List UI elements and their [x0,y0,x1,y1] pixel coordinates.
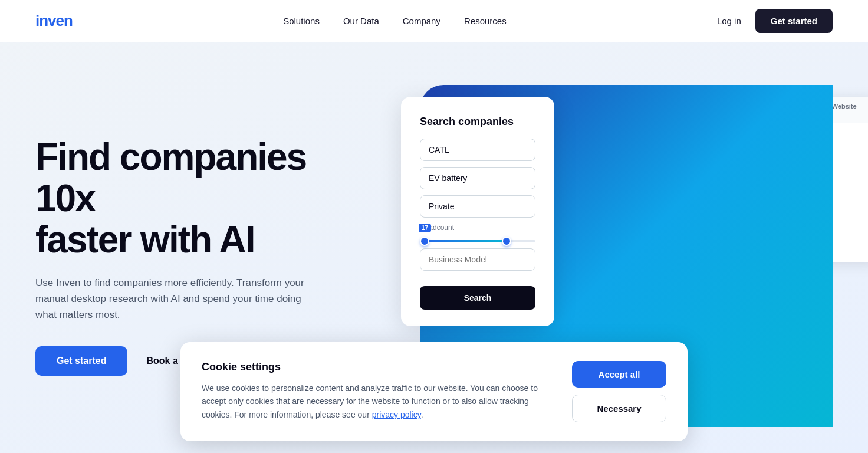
nav-item-our-data[interactable]: Our Data [343,16,379,27]
privacy-policy-link[interactable]: privacy policy [372,410,421,419]
range-thumb-left[interactable]: 17 [420,237,429,246]
navbar: inven Solutions Our Data Company Resourc… [0,0,868,42]
search-button[interactable]: Search [420,286,535,310]
cookie-banner: Cookie settings We use cookies to person… [180,342,688,441]
cookie-content: Cookie settings We use cookies to person… [202,361,548,421]
necessary-button[interactable]: Necessary [572,395,666,422]
nav-item-company[interactable]: Company [403,16,440,27]
keywords-input[interactable] [420,167,535,189]
cookie-actions: Accept all Necessary [572,361,666,422]
range-value: 17 [419,224,431,232]
login-button[interactable]: Log in [717,16,741,26]
get-started-nav-button[interactable]: Get started [755,9,833,33]
col-website: Website [832,103,868,117]
company-name-input[interactable] [420,139,535,161]
headcount-range-track: 17 [420,240,535,242]
hero-subtitle: Use Inven to find companies more efficie… [35,275,318,323]
navbar-right: Log in Get started [717,9,833,33]
nav-item-resources[interactable]: Resources [464,16,507,27]
company-type-input[interactable] [420,195,535,218]
headcount-section: Headcount 17 [420,224,535,242]
nav-item-solutions[interactable]: Solutions [283,16,320,27]
get-started-hero-button[interactable]: Get started [35,346,127,376]
range-thumb-right[interactable] [502,237,511,246]
cookie-title: Cookie settings [202,361,548,373]
range-fill [420,240,507,242]
search-card-title: Search companies [420,116,535,128]
logo: inven [35,12,73,30]
nav-menu: Solutions Our Data Company Resources [283,16,506,27]
search-card: Search companies Headcount 17 Search [401,97,554,326]
headcount-label: Headcount [420,224,535,232]
hero-left-content: Find companies 10x faster with AI Use In… [35,136,366,376]
cookie-text: We use cookies to personalize content an… [202,382,548,421]
business-model-input[interactable] [420,248,535,271]
hero-title: Find companies 10x faster with AI [35,136,366,261]
accept-all-button[interactable]: Accept all [572,361,666,388]
